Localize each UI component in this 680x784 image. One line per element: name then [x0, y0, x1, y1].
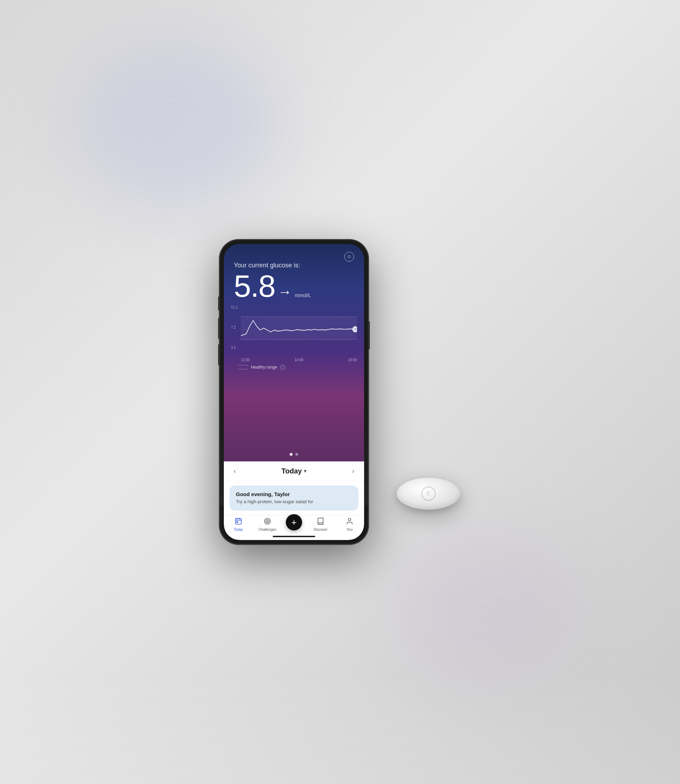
discover-label: Discover: [314, 527, 327, 532]
challenges-label: Challenges: [258, 527, 276, 532]
sensor-body: ℂ: [397, 478, 460, 510]
x-label-2: 14:00: [294, 358, 303, 362]
volume-up-button: [218, 318, 220, 339]
add-icon: +: [291, 518, 296, 527]
tab-you[interactable]: You: [339, 517, 360, 532]
healthy-range-dashes-icon: [238, 365, 248, 369]
svg-point-13: [348, 518, 351, 521]
chart-y-labels: 11.1 7.2 3.1: [231, 305, 238, 351]
settings-icon[interactable]: [344, 252, 354, 262]
healthy-range-legend: Healthy range i: [231, 362, 357, 374]
svg-point-4: [354, 328, 357, 331]
tab-challenges[interactable]: Challenges: [257, 517, 278, 532]
discover-icon: [316, 517, 324, 527]
cgm-sensor: ℂ: [397, 478, 460, 523]
healthy-range-label: Healthy range: [251, 365, 277, 370]
svg-rect-5: [236, 519, 242, 524]
tab-today[interactable]: Today: [228, 517, 249, 532]
settings-icon-inner: [348, 255, 351, 258]
tab-bar: Today Challenges: [224, 515, 364, 533]
info-icon[interactable]: i: [280, 365, 285, 370]
glucose-label: Your current glucose is:: [234, 262, 354, 269]
glucose-trend-arrow: →: [278, 284, 292, 300]
add-button[interactable]: +: [286, 514, 302, 531]
glucose-value: 5.8: [234, 271, 275, 302]
chart-x-labels: 12:00 14:00 16:00: [241, 358, 357, 362]
y-label-top: 11.1: [231, 305, 238, 309]
you-label: You: [347, 527, 353, 532]
tab-discover[interactable]: Discover: [310, 517, 331, 532]
challenges-icon: [263, 517, 271, 527]
glucose-header: Your current glucose is: 5.8 → mmol/L: [224, 244, 364, 302]
sensor-logo: ℂ: [427, 491, 430, 496]
power-button: [368, 321, 370, 349]
y-label-bot: 3.1: [231, 346, 238, 349]
glucose-value-row: 5.8 → mmol/L: [234, 271, 354, 302]
chart-container: 11.1 7.2 3.1: [231, 305, 357, 362]
sensor-inner-ring: ℂ: [422, 486, 436, 501]
today-label: Today: [234, 527, 243, 532]
glucose-unit: mmol/L: [295, 293, 311, 298]
svg-rect-9: [236, 522, 238, 523]
y-label-mid: 7.2: [231, 326, 238, 329]
phone-reflection: [220, 417, 368, 508]
table-surface: [0, 671, 680, 784]
scene: Your current glucose is: 5.8 → mmol/L 11…: [220, 240, 460, 544]
today-icon: [235, 517, 242, 527]
svg-point-12: [267, 521, 268, 522]
x-label-1: 12:00: [241, 358, 250, 362]
x-label-3: 16:00: [348, 358, 357, 362]
sensor-reflection: [397, 512, 460, 523]
chart-svg-area: [241, 305, 357, 355]
chart-svg: [241, 305, 357, 355]
home-indicator: [224, 533, 364, 540]
phone-device: Your current glucose is: 5.8 → mmol/L 11…: [220, 240, 368, 544]
volume-down-button: [218, 344, 220, 365]
you-icon: [346, 517, 353, 527]
home-bar: [273, 536, 315, 537]
